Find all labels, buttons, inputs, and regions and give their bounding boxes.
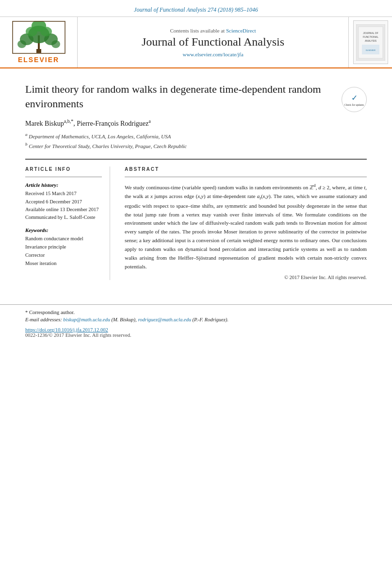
abstract-text: We study continuous-time (variable speed… <box>125 182 367 271</box>
keywords-list: Random conductance model Invariance prin… <box>25 235 102 267</box>
author-2-name: Pierre-François Rodriguez <box>77 120 148 127</box>
svg-text:FUNCTIONAL: FUNCTIONAL <box>363 35 378 38</box>
email-bishop-link[interactable]: biskup@math.ucla.edu <box>63 317 110 322</box>
header: ELSEVIER Contents lists available at Sci… <box>0 17 392 68</box>
keyword-1: Random conductance model <box>25 235 102 243</box>
article-title: Limit theory for random walks in degener… <box>25 82 334 111</box>
info-divider <box>25 177 102 177</box>
issn-line: 0022-1236/© 2017 Elsevier Inc. All right… <box>25 332 367 338</box>
abstract-divider <box>125 177 367 177</box>
top-bar: Journal of Functional Analysis 274 (2018… <box>0 0 392 17</box>
section-divider <box>25 159 367 160</box>
email-rodriguez-link[interactable]: rodriguez@math.ucla.edu <box>138 317 191 322</box>
title-block: Limit theory for random walks in degener… <box>25 82 334 118</box>
page: Journal of Functional Analysis 274 (2018… <box>0 0 392 564</box>
check-updates-badge: ✓ Check for updates <box>342 87 367 112</box>
svg-text:ANALYSIS: ANALYSIS <box>364 39 376 42</box>
contents-line: Contents lists available at ScienceDirec… <box>170 28 256 33</box>
corresponding-author-note: * Corresponding author. <box>25 310 367 315</box>
svg-point-9 <box>51 40 60 48</box>
article-info-col: ARTICLE INFO Article history: Received 1… <box>25 166 110 280</box>
copyright: © 2017 Elsevier Inc. All rights reserved… <box>125 275 367 280</box>
abstract-heading: ABSTRACT <box>125 166 367 172</box>
two-col-section: ARTICLE INFO Article history: Received 1… <box>25 166 367 280</box>
doi-link[interactable]: https://doi.org/10.1016/j.jfa.2017.12.00… <box>25 327 367 332</box>
header-center: Contents lists available at ScienceDirec… <box>78 17 348 67</box>
main-content: Limit theory for random walks in degener… <box>0 68 392 290</box>
article-info-heading: ARTICLE INFO <box>25 166 102 172</box>
abstract-paragraph: We study continuous-time (variable speed… <box>125 182 367 271</box>
email-note: E-mail addresses: biskup@math.ucla.edu (… <box>25 317 367 322</box>
bishop-name: (M. Biskup), <box>112 317 137 322</box>
article-received: Received 15 March 2017 Accepted 6 Decemb… <box>25 190 102 221</box>
authors: Marek Biskupa,b,*, Pierre-François Rodri… <box>25 118 367 128</box>
rodriguez-name: (P.-F. Rodriguez). <box>193 317 229 322</box>
svg-text:JOURNAL OF: JOURNAL OF <box>363 32 378 34</box>
keyword-3: Corrector <box>25 251 102 260</box>
affiliations: a Department of Mathematics, UCLA, Los A… <box>25 132 367 150</box>
svg-text:ELSEVIER: ELSEVIER <box>366 49 376 51</box>
elsevier-tree-icon <box>12 21 65 54</box>
sciencedirect-link[interactable]: ScienceDirect <box>226 28 256 33</box>
email-label: E-mail addresses: <box>25 317 62 322</box>
thumb-image: JOURNAL OF FUNCTIONAL ANALYSIS ELSEVIER <box>353 20 388 64</box>
author-1-name: Marek Biskup <box>25 120 64 127</box>
title-row: Limit theory for random walks in degener… <box>25 82 367 118</box>
check-updates-label: Check for updates <box>344 103 364 106</box>
footer: * Corresponding author. E-mail addresses… <box>0 304 392 345</box>
affiliation-a: a Department of Mathematics, UCLA, Los A… <box>25 132 367 140</box>
journal-reference: Journal of Functional Analysis 274 (2018… <box>134 6 258 13</box>
affiliation-b: b Center for Theoretical Study, Charles … <box>25 141 367 150</box>
keyword-4: Moser iteration <box>25 260 102 268</box>
elsevier-logo-block: ELSEVIER <box>0 17 78 67</box>
author-2-superscript: a <box>148 118 150 124</box>
journal-url: www.elsevier.com/locate/jfa <box>182 51 243 57</box>
author-1-superscript: a,b,* <box>64 118 73 124</box>
abstract-col: ABSTRACT We study continuous-time (varia… <box>125 166 367 280</box>
svg-rect-0 <box>36 49 41 53</box>
keywords-label: Keywords: <box>25 227 102 233</box>
journal-title: Journal of Functional Analysis <box>142 35 284 49</box>
svg-point-8 <box>17 40 26 48</box>
keyword-2: Invariance principle <box>25 243 102 251</box>
elsevier-wordmark: ELSEVIER <box>18 56 59 64</box>
article-history-label: Article history: <box>25 182 102 188</box>
check-icon: ✓ <box>351 93 358 102</box>
journal-thumbnail: JOURNAL OF FUNCTIONAL ANALYSIS ELSEVIER <box>348 17 392 67</box>
